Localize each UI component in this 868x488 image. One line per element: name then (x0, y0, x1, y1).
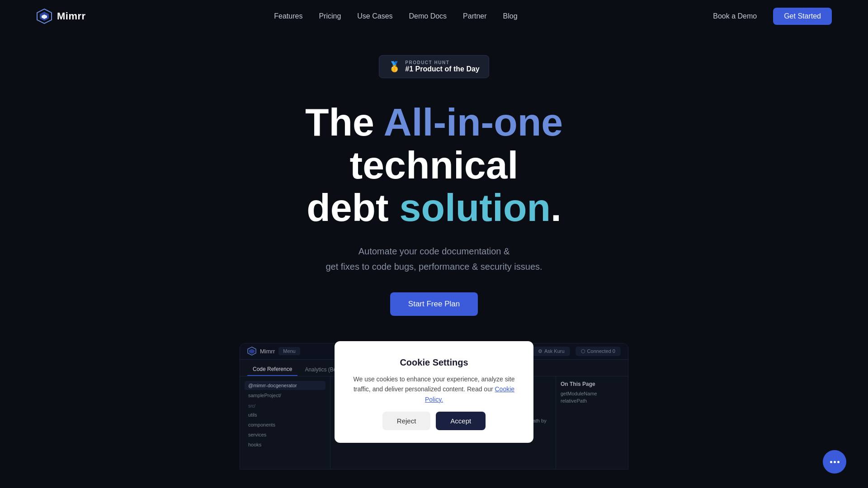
dash-sidebar-services[interactable]: services (245, 430, 326, 439)
badge-label: PRODUCT HUNT (405, 60, 479, 65)
hero-title-part1: The (305, 100, 384, 144)
nav-features[interactable]: Features (274, 12, 302, 20)
nav-use-cases[interactable]: Use Cases (357, 12, 392, 20)
nav-actions: Book a Demo Get Started (706, 8, 832, 25)
hero-subtitle: Automate your code documentation & get f… (326, 244, 542, 274)
logo-text: Mimrr (57, 10, 86, 22)
nav-blog[interactable]: Blog (503, 12, 518, 20)
cookie-buttons: Reject Accept (349, 412, 519, 430)
book-demo-button[interactable]: Book a Demo (706, 9, 764, 24)
dash-logo-icon (247, 347, 256, 356)
chat-dots-icon (830, 461, 840, 463)
dash-sidebar-components[interactable]: components (245, 420, 326, 429)
cookie-title: Cookie Settings (349, 357, 519, 368)
nav-partner[interactable]: Partner (463, 12, 486, 20)
hero-title-part3: debt (307, 186, 399, 229)
hero-subtitle-line2: get fixes to code bugs, performance & se… (326, 262, 542, 272)
badge-text: PRODUCT HUNT #1 Product of the Day (405, 60, 479, 73)
badge-icon: 🥇 (388, 61, 401, 73)
start-free-plan-button[interactable]: Start Free Plan (390, 292, 478, 316)
hero-title-highlight1: All-in-one (384, 100, 563, 144)
nav-links: Features Pricing Use Cases Demo Docs Par… (274, 12, 517, 20)
tab-code-reference[interactable]: Code Reference (247, 363, 297, 376)
dash-ask-kuru-btn[interactable]: ⚙ Ask Kuru (533, 347, 570, 356)
logo-icon (36, 8, 52, 24)
product-hunt-badge: 🥇 PRODUCT HUNT #1 Product of the Day (379, 55, 489, 78)
dash-connected-btn[interactable]: ⬡ Connected 0 (576, 347, 621, 356)
logo[interactable]: Mimrr (36, 8, 86, 24)
dash-on-page-item-1[interactable]: getModuleName (561, 391, 623, 396)
cookie-reject-button[interactable]: Reject (382, 412, 431, 430)
nav-pricing[interactable]: Pricing (319, 12, 341, 20)
chat-dot-3 (837, 461, 840, 463)
dash-sidebar-org[interactable]: @mimrr-docgenerator (245, 381, 326, 390)
cookie-modal: Cookie Settings We use cookies to enhanc… (335, 341, 533, 443)
svg-marker-4 (249, 349, 255, 354)
dash-sidebar: @mimrr-docgenerator sampleProject/ src/ … (240, 376, 330, 469)
hero-title-highlight2: solution (400, 186, 551, 229)
chat-dot-2 (834, 461, 836, 463)
cookie-text: We use cookies to enhance your experienc… (349, 374, 519, 404)
dash-sidebar-hooks[interactable]: hooks (245, 440, 326, 449)
chat-support-button[interactable] (823, 450, 846, 474)
badge-value: #1 Product of the Day (405, 65, 479, 73)
dash-right-actions: ⚙ Ask Kuru ⬡ Connected 0 (533, 347, 621, 356)
cookie-accept-button[interactable]: Accept (436, 412, 486, 430)
nav-demo-docs[interactable]: Demo Docs (409, 12, 447, 20)
hero-title-part2: technical (350, 143, 519, 187)
dash-menu-pill[interactable]: Menu (278, 347, 300, 355)
dash-logo: Mimrr Menu (247, 347, 300, 356)
hero-title: The All-in-one technical debt solution. (231, 101, 637, 229)
get-started-button[interactable]: Get Started (773, 8, 832, 25)
dash-on-page-item-2[interactable]: relativePath (561, 398, 623, 404)
chat-dot-1 (830, 461, 832, 463)
dash-logo-text: Mimrr (260, 348, 275, 355)
dash-on-page-title: On This Page (561, 381, 623, 387)
dash-sidebar-section: src/ (248, 404, 322, 408)
hero-subtitle-line1: Automate your code documentation & (359, 246, 510, 256)
dash-sidebar-project[interactable]: sampleProject/ (245, 391, 326, 400)
navbar: Mimrr Features Pricing Use Cases Demo Do… (0, 0, 868, 33)
hero-title-period: . (551, 186, 561, 229)
dash-sidebar-utils[interactable]: utils (245, 410, 326, 419)
dash-right-panel: On This Page getModuleName relativePath (556, 376, 628, 469)
